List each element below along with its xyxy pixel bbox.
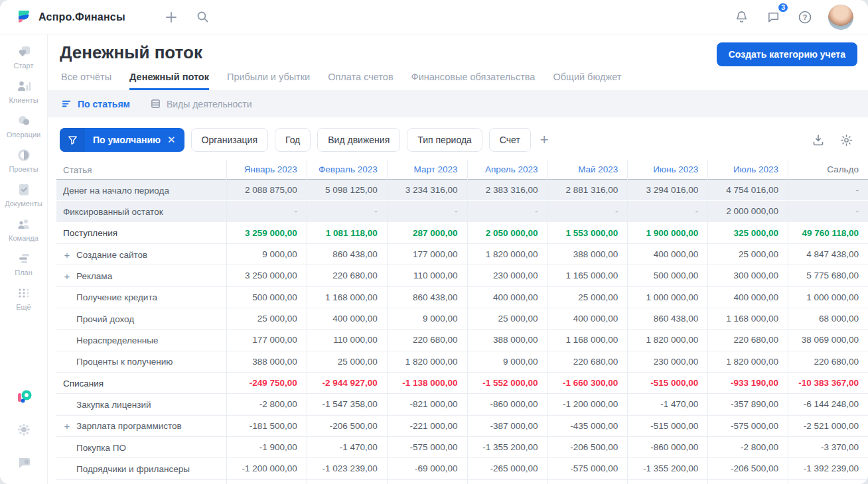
value-cell: 500 000,00 xyxy=(627,265,707,286)
column-header-month[interactable]: Январь 2023 xyxy=(226,160,307,180)
value-cell: 3 234 316,00 xyxy=(387,180,467,201)
help-icon[interactable]: ? xyxy=(794,6,816,29)
tab-5[interactable]: Финансовые обязательства xyxy=(411,72,536,90)
value-cell: - xyxy=(627,201,707,222)
filter-clear-icon[interactable]: ✕ xyxy=(166,134,184,146)
value-cell: -1 138 000,00 xyxy=(387,373,467,394)
expand-plus-icon[interactable]: + xyxy=(63,250,71,260)
table-row: Подрядчики и фрилансеры-1 200 000,00-1 0… xyxy=(56,458,868,479)
plan-icon xyxy=(16,251,32,267)
value-cell: -1 200 000,00 xyxy=(226,458,307,479)
filter-chip-1[interactable]: Организация xyxy=(191,128,268,152)
tab-1[interactable]: Все отчёты xyxy=(61,72,111,90)
sidebar-item-documents[interactable]: Документы xyxy=(3,182,45,208)
notifications-bell-icon[interactable] xyxy=(730,6,753,29)
value-cell: 3 250 000,00 xyxy=(226,265,307,286)
tab-6[interactable]: Общий бюджет xyxy=(553,72,621,90)
feedback-icon[interactable] xyxy=(15,454,33,472)
table-row: Покупка ПО-1 900,00-1 470,00-575 000,00-… xyxy=(56,437,868,458)
row-label-cell: Фиксированный остаток xyxy=(56,207,226,217)
row-label: Покупка ПО xyxy=(76,443,126,453)
row-label: Проценты к получению xyxy=(76,357,173,367)
sidebar-item-start[interactable]: Старт xyxy=(3,44,45,70)
export-download-icon[interactable] xyxy=(811,133,826,147)
table-row: Проценты к получению388 000,0025 000,001… xyxy=(56,351,868,373)
sidebar-item-projects[interactable]: Проекты xyxy=(3,147,45,173)
row-label-cell: Получение кредита xyxy=(56,292,226,302)
table-row: Получение кредита500 000,001 168 000,008… xyxy=(56,287,868,308)
value-cell: 400 000,00 xyxy=(547,308,628,330)
start-icon xyxy=(16,44,32,60)
table-row: +Зарплата программистов-3 000,00-1 547 3… xyxy=(56,480,868,484)
filter-chip-3[interactable]: Вид движения xyxy=(317,128,400,152)
filter-chips: ОрганизацияГодВид движенияТип периодаСче… xyxy=(191,128,531,152)
tab-3[interactable]: Прибыли и убытки xyxy=(227,72,310,90)
value-cell: - xyxy=(467,201,547,222)
table-settings-gear-icon[interactable] xyxy=(839,133,853,147)
app-title: Аспро.Финансы xyxy=(38,11,125,23)
clients-icon xyxy=(16,78,32,94)
filter-chip-4[interactable]: Тип периода xyxy=(407,128,482,152)
value-cell: -1 547 358,00 xyxy=(307,480,387,484)
more-dots-icon xyxy=(16,285,32,301)
value-cell: 2 050 000,00 xyxy=(467,223,547,244)
value-cell: - xyxy=(547,201,628,222)
subtab-by-articles[interactable]: По статьям xyxy=(61,98,130,109)
subtab-label: По статьям xyxy=(78,99,130,109)
tab-4[interactable]: Оплата счетов xyxy=(328,72,393,90)
subtab-activity-types[interactable]: Виды деятельности xyxy=(150,98,252,109)
value-cell: 400 000,00 xyxy=(627,244,707,265)
column-header-month[interactable]: Февраль 2023 xyxy=(307,160,387,180)
table-row: Списания-249 750,00-2 944 927,00-1 138 0… xyxy=(56,373,868,394)
row-label-cell: +Создание сайтов xyxy=(56,250,226,260)
expand-plus-icon[interactable]: + xyxy=(63,271,71,281)
value-cell: -860 000,00 xyxy=(467,394,547,415)
value-cell: 177 000,00 xyxy=(226,330,307,351)
sidebar-item-team[interactable]: Команда xyxy=(3,216,45,242)
value-cell: -249 750,00 xyxy=(226,373,307,394)
value-cell: 1 900 000,00 xyxy=(627,223,707,244)
tab-2[interactable]: Денежный поток xyxy=(129,72,209,90)
value-cell: -1 470,00 xyxy=(627,394,707,415)
column-header-month[interactable]: Март 2023 xyxy=(387,160,467,180)
filter-default-pill[interactable]: По умолчанию ✕ xyxy=(60,128,184,152)
sidebar-item-clients[interactable]: Клиенты xyxy=(3,78,45,104)
value-cell: 220 680,00 xyxy=(788,351,868,373)
sidebar-item-more[interactable]: Ещё xyxy=(3,285,45,311)
value-cell: -821 000,00 xyxy=(387,394,467,415)
value-cell: -1 470,00 xyxy=(627,480,707,484)
messages-chat-icon[interactable]: 3 xyxy=(762,6,784,29)
value-cell: 860 438,00 xyxy=(627,308,707,330)
user-avatar[interactable] xyxy=(828,5,853,30)
filter-chip-5[interactable]: Счет xyxy=(489,128,531,152)
filter-funnel-icon[interactable] xyxy=(60,128,85,152)
aspro-app-icon[interactable] xyxy=(15,387,33,406)
value-cell: -821 000,00 xyxy=(387,480,467,484)
create-category-button[interactable]: Создать категорию учета xyxy=(717,42,857,66)
row-label-cell: Прочий доход xyxy=(56,314,226,324)
filter-chip-2[interactable]: Год xyxy=(275,128,311,152)
row-label-cell: Нераспределенные xyxy=(56,335,226,345)
add-filter-icon[interactable]: + xyxy=(538,133,551,147)
expand-plus-icon[interactable]: + xyxy=(63,421,71,431)
value-cell: 49 760 118,00 xyxy=(788,223,868,244)
value-cell: -933 190,00 xyxy=(707,373,788,394)
value-cell: 860 438,00 xyxy=(387,287,467,308)
sidebar-item-label: Документы xyxy=(5,200,42,208)
column-header-month[interactable]: Май 2023 xyxy=(547,160,628,180)
table-row: +Зарплата программистов-181 500,00-206 5… xyxy=(56,416,868,437)
sidebar-item-plan[interactable]: План xyxy=(3,251,45,276)
settings-icon[interactable] xyxy=(15,420,33,439)
column-header-month[interactable]: Апрель 2023 xyxy=(467,160,547,180)
column-header-month[interactable]: Июль 2023 xyxy=(707,160,788,180)
value-cell: 220 680,00 xyxy=(707,330,788,351)
value-cell: -575 000,00 xyxy=(707,416,788,437)
topbar: Аспро.Финансы 3 ? xyxy=(0,0,868,34)
sidebar-item-operations[interactable]: Операции xyxy=(3,113,45,139)
row-label: Подрядчики и фрилансеры xyxy=(76,464,190,474)
row-label-cell: +Реклама xyxy=(56,271,226,281)
column-header-month[interactable]: Июнь 2023 xyxy=(627,160,707,180)
add-icon[interactable] xyxy=(160,6,182,29)
search-icon[interactable] xyxy=(192,6,214,29)
value-cell: 388 000,00 xyxy=(547,244,628,265)
